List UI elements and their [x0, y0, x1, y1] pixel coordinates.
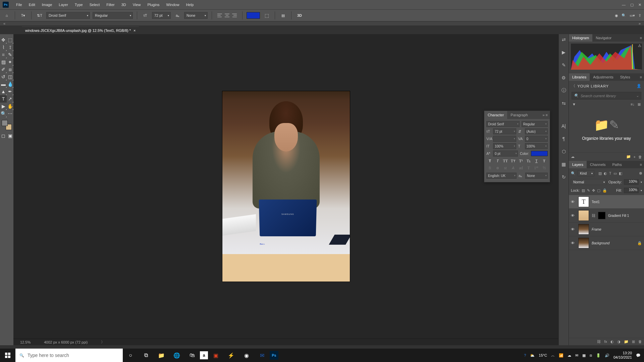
info-icon[interactable]: ⓘ: [560, 87, 567, 94]
swatches-icon[interactable]: ▦: [560, 161, 567, 168]
bold-button[interactable]: T: [486, 159, 493, 164]
cloud-docs-icon[interactable]: ◉: [615, 13, 618, 18]
menu-view[interactable]: View: [129, 3, 144, 7]
lib-add-icon[interactable]: +: [634, 155, 636, 159]
menu-file[interactable]: File: [13, 3, 25, 7]
menu-select[interactable]: Select: [86, 3, 103, 7]
taskbar-search-input[interactable]: 🔍 Type here to search: [15, 349, 123, 362]
library-user-icon[interactable]: 👤: [637, 84, 642, 88]
link-layers-icon[interactable]: ⛓: [597, 340, 601, 344]
cortana-icon[interactable]: ○: [123, 349, 138, 362]
strike-button[interactable]: Ŧ: [541, 159, 548, 164]
tab-layers[interactable]: Layers: [569, 161, 587, 168]
status-chevron-icon[interactable]: 〉: [101, 340, 105, 345]
histogram-warning-icon[interactable]: ⚠: [638, 44, 641, 48]
visibility-toggle-icon[interactable]: 👁: [571, 227, 576, 231]
marquee-tool[interactable]: ⬚: [7, 36, 13, 44]
pen-tool[interactable]: ✒: [7, 88, 13, 95]
ordinals-button[interactable]: 1ˢᵗ: [533, 166, 540, 171]
play-icon[interactable]: ▶: [560, 49, 567, 56]
layer-mask-thumb[interactable]: [598, 212, 605, 219]
char-vscale-input[interactable]: 100%: [493, 143, 516, 149]
photoshop-taskbar-icon[interactable]: Ps: [270, 351, 278, 360]
menu-type[interactable]: Type: [71, 3, 86, 7]
lock-transparent-icon[interactable]: ▨: [582, 188, 585, 193]
new-layer-icon[interactable]: ⊞: [632, 340, 635, 344]
lock-all-icon[interactable]: 🔒: [602, 188, 607, 193]
lock-artboard-icon[interactable]: ▢: [597, 188, 600, 193]
menu-window[interactable]: Window: [163, 3, 183, 7]
edge-icon[interactable]: 🌐: [169, 349, 184, 362]
menu-layer[interactable]: Layer: [55, 3, 71, 7]
3d-panel-icon[interactable]: ⬡: [560, 148, 567, 155]
weather-icon[interactable]: ⛅: [530, 353, 535, 358]
char-tracking-input[interactable]: 0: [525, 136, 548, 142]
smallcaps-button[interactable]: Tᴛ: [509, 159, 517, 164]
text-color-swatch[interactable]: [247, 12, 260, 19]
wifi-icon[interactable]: 📶: [559, 353, 564, 358]
clock[interactable]: 13:20 04/10/2021: [613, 351, 632, 360]
3d-button[interactable]: 3D: [296, 11, 304, 19]
lib-folder-icon[interactable]: 📁: [626, 155, 631, 159]
filter-adjust-icon[interactable]: ◐: [604, 171, 607, 176]
screen-mode-icon[interactable]: ▣: [7, 132, 13, 139]
filter-toggle-switch[interactable]: [639, 172, 642, 175]
menu-plugins[interactable]: Plugins: [144, 3, 163, 7]
tab-paragraph[interactable]: Paragraph: [507, 111, 531, 119]
fill-input[interactable]: 100%: [624, 188, 639, 193]
document-canvas[interactable]: Beco: [222, 91, 350, 282]
layer-name-label[interactable]: Text1: [592, 200, 600, 204]
delete-layer-icon[interactable]: 🗑: [638, 340, 642, 344]
tray-chevron-icon[interactable]: ︿: [551, 353, 555, 358]
char-baseline-input[interactable]: 0 pt: [493, 150, 518, 157]
zoom-tool[interactable]: 🔍: [0, 110, 7, 117]
outlook-icon[interactable]: ✉: [254, 349, 270, 362]
italic-button[interactable]: T: [494, 159, 501, 164]
object-select-tool[interactable]: ⟟: [7, 44, 13, 51]
chrome-icon[interactable]: ◉: [239, 349, 254, 362]
lock-position-icon[interactable]: ✥: [592, 188, 595, 193]
filter-smart-icon[interactable]: ◧: [619, 171, 622, 176]
visibility-toggle-icon[interactable]: 👁: [571, 241, 576, 245]
font-weight-select[interactable]: Regular: [93, 12, 133, 19]
search-icon[interactable]: 🔍: [622, 13, 626, 18]
cloud-sync-icon[interactable]: ☁: [571, 155, 575, 159]
tab-character[interactable]: Character: [484, 111, 507, 119]
tab-libraries[interactable]: Libraries: [569, 73, 590, 81]
char-weight-select[interactable]: Regular: [522, 121, 548, 127]
lib-delete-icon[interactable]: 🗑: [638, 155, 642, 159]
history-brush-tool[interactable]: ↺: [0, 73, 7, 80]
text-orientation-icon[interactable]: ⇅T: [36, 11, 44, 19]
properties-icon[interactable]: ⇆: [560, 100, 567, 107]
char-leading-input[interactable]: (Auto): [525, 128, 548, 134]
history-icon[interactable]: ↻: [560, 174, 567, 180]
tab-close-icon[interactable]: ×: [133, 28, 136, 33]
layer-row[interactable]: 👁 Frame: [569, 223, 644, 236]
layer-name-label[interactable]: Frame: [592, 228, 601, 231]
char-kerning-input[interactable]: [493, 136, 516, 142]
char-language-select[interactable]: English: UK: [486, 173, 517, 179]
superscript-button[interactable]: T¹: [518, 159, 525, 164]
filter-shape-icon[interactable]: ▭: [613, 171, 617, 176]
amazon-icon[interactable]: a: [200, 351, 208, 359]
panel-collapse-icon[interactable]: » ≡: [540, 111, 550, 119]
stylistic-button[interactable]: ad: [518, 166, 525, 171]
layer-row[interactable]: 👁 T Text1: [569, 195, 644, 209]
layer-name-label[interactable]: Gradient Fill 1: [608, 214, 629, 218]
panel-menu-icon[interactable]: ≡: [638, 34, 644, 42]
allcaps-button[interactable]: TT: [502, 159, 509, 164]
swash-button[interactable]: A: [509, 166, 517, 171]
library-back-button[interactable]: 〈 YOUR LIBRARY 👤: [572, 83, 641, 88]
paragraph-style-icon[interactable]: ¶: [560, 135, 567, 142]
lightning-icon[interactable]: ⚡: [223, 349, 239, 362]
document-tab[interactable]: windows-J5CEXgcJB8A-unsplash.jpg @ 12.5%…: [22, 26, 139, 34]
eraser-tool[interactable]: ◫: [7, 73, 13, 80]
eyedropper-tool[interactable]: ✎: [7, 51, 13, 58]
tab-channels[interactable]: Channels: [587, 161, 609, 168]
library-search-input[interactable]: 🔍 Search current library ⌄: [572, 92, 641, 100]
status-zoom[interactable]: 12.5%: [20, 340, 31, 344]
canvas-text-layer[interactable]: Beco: [260, 243, 265, 245]
adjustment-layer-icon[interactable]: ◑: [617, 340, 621, 344]
teams-tray-icon[interactable]: ▦: [582, 353, 586, 358]
minimize-icon[interactable]: —: [622, 3, 626, 7]
